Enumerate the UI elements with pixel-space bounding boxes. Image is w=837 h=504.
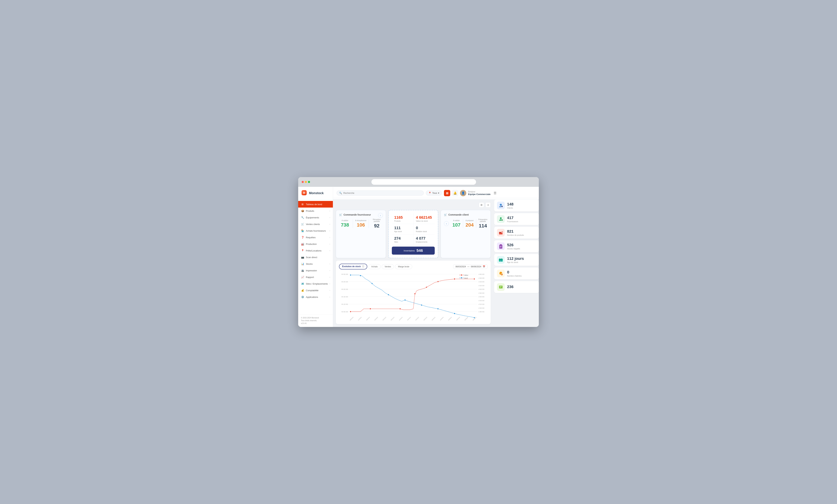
svg-point-42: [474, 279, 475, 280]
rapport-icon: 📈: [301, 276, 304, 279]
valeur-label: Valeur du stock: [416, 220, 432, 222]
date-to: 06/06/2024: [471, 265, 481, 268]
tab-label: Marge brute: [398, 265, 409, 268]
inventaire-button[interactable]: Inventaires 546: [392, 247, 435, 255]
svg-text:Stock: Stock: [464, 277, 468, 279]
sidebar-item-scan-direct[interactable]: 📷 Scan direct: [298, 254, 333, 261]
stocks-negatifs-icon-bg: [497, 242, 505, 250]
notifications-button[interactable]: 🔔: [452, 190, 458, 196]
sidebar-item-requetes[interactable]: ❓ Requêtes ›: [298, 234, 333, 241]
sidebar-item-tableau-de-bord[interactable]: ⊞ Tableau de bord: [298, 201, 333, 208]
sidebar-item-label: Ventes clients: [306, 223, 320, 225]
chevron-right-icon: ›: [330, 290, 330, 292]
svg-point-40: [438, 281, 439, 282]
fournisseur-card: 🛒 Commande fournisseur A valider 738 A r…: [336, 210, 386, 258]
svg-text:99 150 000: 99 150 000: [341, 296, 348, 298]
emplacements-label: Emplacements: [416, 241, 432, 243]
sidebar-item-achats-fournisseurs[interactable]: 🏪 Achats fournisseurs ›: [298, 227, 333, 234]
barcode-button[interactable]: ▦: [444, 190, 450, 196]
preparation-partielle-value: 114: [478, 223, 487, 229]
chart-section: Évolution de stock ⓘ Achats Ventes Marge…: [336, 261, 491, 324]
sidebar-item-stocks[interactable]: 📊 Stocks ›: [298, 261, 333, 267]
tab-ventes[interactable]: Ventes: [382, 264, 394, 269]
svg-text:#: #: [502, 220, 502, 221]
next-button[interactable]: ›: [378, 213, 383, 218]
main-content: ⚙ ≡ 🛒 Commande fournisseur A valider: [333, 200, 494, 327]
chevron-right-icon: ›: [330, 230, 330, 232]
a-valider-block: A valider 738: [339, 220, 351, 228]
user-info: 👤 Bonjour Equipe Commerciale: [460, 190, 491, 196]
svg-text:99 100 000: 99 100 000: [341, 303, 348, 305]
svg-text:4 600 000: 4 600 000: [479, 288, 484, 290]
sidebar-item-label: Requêtes: [306, 236, 316, 239]
search-bar[interactable]: 🔍: [337, 190, 424, 195]
fournisseurs-icon-bg: #: [497, 215, 505, 223]
svg-point-36: [370, 308, 371, 309]
sidebar-item-production[interactable]: 🏭 Production ›: [298, 241, 333, 247]
client-card-icon: 🛒: [444, 213, 447, 216]
sidebar-item-sites-emplacements[interactable]: 🗺️ Sites / Emplacements ›: [298, 280, 333, 287]
date-range-picker[interactable]: 06/03/2024 — 06/06/2024 📅: [453, 264, 487, 269]
chart-tabs: Évolution de stock ⓘ Achats Ventes Marge…: [339, 264, 487, 269]
svg-point-35: [350, 311, 351, 312]
divider: [476, 219, 476, 228]
inventaire-label: Inventaires: [404, 249, 415, 252]
chevron-right-icon: ›: [330, 269, 330, 272]
emplacements-stat: 4 077 Emplacements: [413, 235, 435, 245]
menu-button[interactable]: ☰: [494, 191, 496, 195]
rotation-stat: 0 Rotation stock: [413, 224, 435, 235]
svg-text:99 300 000: 99 300 000: [341, 274, 348, 275]
stock-stats-card: 1165 Produits 4 662145 Valeur du stock 1…: [388, 210, 439, 258]
produits-value: 1165: [394, 215, 411, 220]
sidebar-item-label: Achats fournisseurs: [306, 229, 326, 232]
ventes-icon: 🛒: [301, 223, 304, 226]
age-stat: 111 Age stock: [392, 224, 413, 235]
search-input[interactable]: [343, 192, 421, 194]
a-valider-label: A valider: [339, 220, 351, 222]
sidebar-item-produits[interactable]: 📦 Produits ›: [298, 208, 333, 214]
client-card: 🛒 Commande client ‹ A valider 107 A p: [441, 210, 491, 258]
alertes-value: 0: [507, 270, 521, 275]
alertes-label: Nombre d'alertes: [507, 275, 521, 277]
sidebar-item-applications[interactable]: ⚙️ Applications ›: [298, 294, 333, 300]
sites-icon: 🗺️: [301, 282, 304, 285]
toolbar: ⚙ ≡: [336, 202, 491, 208]
sidebar-item-equipements[interactable]: 🔧 Équipements ›: [298, 214, 333, 221]
calendar-icon: 📅: [483, 265, 485, 268]
search-icon: 🔍: [339, 192, 342, 194]
sidebar: ⊞ Tableau de bord 📦 Produits › 🔧: [298, 200, 333, 327]
svg-text:4 660 000: 4 660 000: [479, 277, 484, 279]
prev-button[interactable]: ‹: [444, 221, 449, 226]
filter-button[interactable]: ⚙: [479, 202, 484, 208]
a-preparer-value: 204: [465, 222, 474, 228]
fournisseurs-value: 417: [507, 216, 518, 220]
sidebar-item-ventes-clients[interactable]: 🛒 Ventes clients ›: [298, 221, 333, 227]
location-selector[interactable]: 📍 Tous ▾: [426, 190, 442, 195]
sidebar-item-comptabilite[interactable]: 💰 Comptabilité ›: [298, 287, 333, 294]
sidebar-item-prets-locations[interactable]: 📍 Prêts/Locations ›: [298, 247, 333, 254]
copyright-text: © 2015-2024 Monstock Tous droits réservé…: [301, 316, 330, 322]
right-panel: # 148 Clients #: [494, 200, 539, 327]
tab-evolution-stock[interactable]: Évolution de stock ⓘ: [339, 264, 367, 269]
sidebar-footer: © 2015-2024 Monstock Tous droits réservé…: [298, 314, 333, 327]
svg-point-32: [438, 308, 439, 309]
reception-partielle-label: Réception partielle: [371, 219, 382, 222]
svg-point-33: [454, 313, 455, 314]
a-receptionner-value: 106: [355, 222, 367, 228]
chevron-right-icon: ›: [330, 250, 330, 251]
a-valider-value: 738: [339, 222, 351, 228]
svg-point-52: [500, 217, 502, 219]
achats-icon: 🏪: [301, 229, 304, 232]
svg-rect-73: [499, 286, 502, 288]
svg-point-41: [454, 279, 455, 280]
tab-achats[interactable]: Achats: [368, 264, 381, 269]
sidebar-item-rapport[interactable]: 📈 Rapport ›: [298, 274, 333, 280]
layout-button[interactable]: ≡: [485, 202, 491, 208]
age-stock-icon-bg: 📬: [497, 256, 505, 264]
metric-alertes: 0 Nombre d'alertes: [494, 267, 539, 279]
app-name: Monstock: [309, 191, 324, 195]
preparation-partielle-block: Préparation partielle 114: [478, 219, 487, 229]
tab-marge-brute[interactable]: Marge brute: [395, 264, 412, 269]
client-a-valider-value: 107: [452, 222, 461, 228]
sidebar-item-impression[interactable]: 🖨️ Impression ›: [298, 267, 333, 274]
